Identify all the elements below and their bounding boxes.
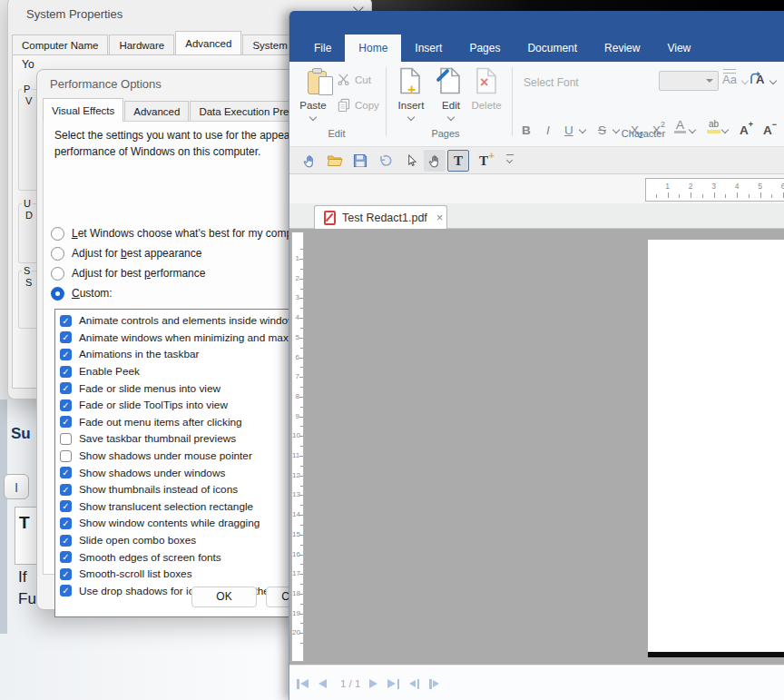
font-color-button[interactable]: A xyxy=(674,120,686,140)
ribbon-tab-document[interactable]: Document xyxy=(514,35,591,62)
radio-option-let-windows-choose-what-s-best-for-my-computer[interactable]: Let Windows choose what's best for my co… xyxy=(51,223,311,243)
close-icon[interactable]: × xyxy=(436,212,444,223)
copy-label: Copy xyxy=(355,100,379,111)
ruler-tick xyxy=(771,194,772,198)
previous-page-button[interactable] xyxy=(318,679,327,688)
undo-arrow-icon xyxy=(378,153,393,168)
text-direction-icon[interactable]: A xyxy=(749,69,769,89)
delete-pages-button[interactable]: × Delete xyxy=(467,62,505,125)
checkbox-label: Animations in the taskbar xyxy=(79,348,199,360)
first-page-button[interactable] xyxy=(297,679,309,689)
add-text-tool-button[interactable]: T+ xyxy=(473,150,495,172)
shrink-font-modifier: − xyxy=(772,120,777,129)
ruler-tick xyxy=(299,279,303,280)
next-page-button[interactable] xyxy=(369,679,377,688)
bold-button[interactable]: B xyxy=(522,120,531,140)
paste-button[interactable]: Paste xyxy=(293,62,333,125)
superscript-button[interactable]: X2 xyxy=(652,120,665,140)
highlight-button[interactable]: ab xyxy=(707,120,720,140)
group-separator xyxy=(386,67,387,136)
next-view-button[interactable] xyxy=(429,679,439,689)
pdf-page[interactable] xyxy=(648,240,784,652)
cursor-arrow-icon xyxy=(405,153,418,168)
grow-font-button[interactable]: A+ xyxy=(740,120,753,140)
tab-advanced[interactable]: Advanced xyxy=(175,31,241,54)
edit-pages-label: Edit xyxy=(431,100,471,111)
radio-option-best-appearance[interactable]: Adjust for best appearance xyxy=(51,243,311,263)
ribbon-tab-insert[interactable]: Insert xyxy=(401,35,456,62)
ribbon-tab-pages[interactable]: Pages xyxy=(456,35,514,62)
insert-pages-button[interactable]: + Insert xyxy=(393,62,429,125)
checked-checkbox-icon[interactable]: ✓ xyxy=(60,366,72,378)
ruler-number: 15 xyxy=(292,531,299,538)
checkbox-label: Show shadows under windows xyxy=(79,467,225,479)
strikethrough-button[interactable]: S xyxy=(598,120,606,140)
checked-checkbox-icon[interactable]: ✓ xyxy=(60,382,72,394)
checked-checkbox-icon[interactable]: ✓ xyxy=(60,585,72,596)
performance-group-label-fragment: P xyxy=(22,84,32,94)
ruler-number: 1 xyxy=(663,182,672,191)
tab-visual-effects[interactable]: Visual Effects xyxy=(43,98,123,122)
document-canvas[interactable]: 1234567891011121314151617181920 xyxy=(289,229,784,665)
ruler-tick xyxy=(300,308,303,309)
checked-checkbox-icon[interactable]: ✓ xyxy=(60,568,72,580)
radio-option-custom-[interactable]: Custom: xyxy=(51,283,311,303)
subscript-button[interactable]: X2 xyxy=(631,120,643,140)
checked-checkbox-icon[interactable]: ✓ xyxy=(60,500,72,512)
italic-button[interactable]: I xyxy=(546,120,550,140)
checked-checkbox-icon[interactable]: ✓ xyxy=(60,399,72,411)
ribbon-tab-view[interactable]: View xyxy=(653,35,704,62)
text-tool-button[interactable]: T xyxy=(447,150,469,172)
tab-computer-name[interactable]: Computer Name xyxy=(12,35,108,54)
save-button[interactable] xyxy=(349,150,371,172)
checked-checkbox-icon[interactable]: ✓ xyxy=(60,518,72,529)
edit-pages-button[interactable]: Edit xyxy=(433,62,469,125)
checkbox-label: Show thumbnails instead of icons xyxy=(79,483,238,496)
description-line-2: performance of Windows on this computer. xyxy=(54,145,260,158)
direction-letter: A xyxy=(756,73,764,86)
checked-checkbox-icon[interactable]: ✓ xyxy=(60,467,72,478)
unchecked-checkbox-icon[interactable] xyxy=(60,433,72,445)
ruler-tick xyxy=(300,269,303,270)
pan-tool-button[interactable] xyxy=(299,150,320,172)
underline-button[interactable]: U xyxy=(564,120,573,140)
previous-view-button[interactable] xyxy=(409,679,419,689)
radio-icon xyxy=(51,247,64,261)
open-file-button[interactable] xyxy=(324,150,346,172)
tab-hardware[interactable]: Hardware xyxy=(109,35,174,54)
checked-checkbox-icon[interactable]: ✓ xyxy=(60,551,72,563)
cut-button[interactable]: Cut xyxy=(337,73,371,86)
ribbon-tab-file[interactable]: File xyxy=(300,35,345,62)
font-select-combobox[interactable] xyxy=(659,71,719,91)
checked-checkbox-icon[interactable]: ✓ xyxy=(60,416,72,428)
checked-checkbox-icon[interactable]: ✓ xyxy=(60,535,72,547)
bold-glyph: B xyxy=(522,123,531,137)
checked-checkbox-icon[interactable]: ✓ xyxy=(60,484,72,496)
checkbox-label: Smooth edges of screen fonts xyxy=(79,551,221,564)
change-case-icon[interactable]: Aa xyxy=(722,73,737,86)
checked-checkbox-icon[interactable]: ✓ xyxy=(60,315,72,327)
checked-checkbox-icon[interactable]: ✓ xyxy=(60,331,72,343)
background-button-fragment[interactable]: I xyxy=(4,474,29,499)
last-page-button[interactable] xyxy=(387,679,399,689)
ruler-number: 3 xyxy=(710,182,719,191)
toolbar-options-button[interactable] xyxy=(505,154,514,165)
ruler-tick xyxy=(300,643,303,644)
insert-label: Insert xyxy=(391,100,431,111)
hand-tool-button[interactable] xyxy=(424,150,446,172)
undo-button[interactable] xyxy=(375,150,397,172)
tab-advanced[interactable]: Advanced xyxy=(124,101,189,122)
radio-option-performance[interactable]: Adjust for best performance xyxy=(51,263,311,283)
ribbon-tab-home[interactable]: Home xyxy=(345,35,401,62)
ribbon-tab-review[interactable]: Review xyxy=(591,35,653,62)
ruler-number: 5 xyxy=(756,182,765,191)
copy-button[interactable]: Copy xyxy=(337,98,379,112)
unchecked-checkbox-icon[interactable] xyxy=(60,450,72,462)
ok-button[interactable]: OK xyxy=(191,587,257,607)
document-tab[interactable]: Test Redact1.pdf × xyxy=(314,205,447,229)
chevron-down-icon xyxy=(447,113,455,121)
checked-checkbox-icon[interactable]: ✓ xyxy=(60,349,72,360)
shrink-font-button[interactable]: A− xyxy=(763,120,777,140)
user-profiles-group-label-fragment: U xyxy=(22,198,33,209)
select-tool-button[interactable] xyxy=(400,150,422,172)
